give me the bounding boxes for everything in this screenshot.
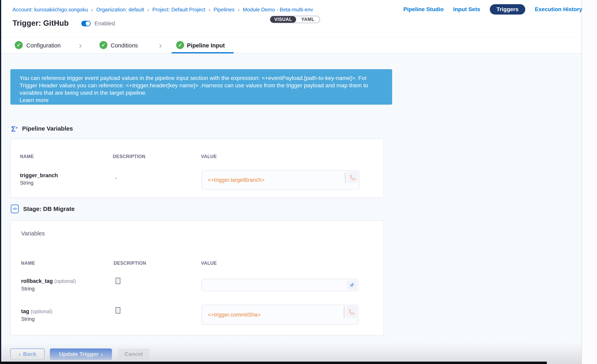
wizard-steps: ✓ Configuration › ✓ Conditions › ✓ Pipel… xyxy=(1,38,581,53)
variable-name: rollback_tag (optional) xyxy=(21,278,76,284)
footer-gradient xyxy=(1,342,581,364)
yaml-toggle-button[interactable]: YAML xyxy=(296,16,320,23)
column-header-value: VALUE xyxy=(201,261,217,266)
bottom-screen-edge xyxy=(0,362,547,364)
visual-yaml-toggle: VISUAL YAML xyxy=(270,16,320,23)
right-rail xyxy=(581,0,597,364)
optional-label: (optional) xyxy=(31,309,52,314)
breadcrumb-separator-icon: › xyxy=(147,7,149,12)
info-banner: You can reference trigger event payload … xyxy=(10,69,392,105)
trigger-branch-value-input[interactable]: <+trigger.targetBranch> f(x) xyxy=(201,170,360,190)
variable-type: String xyxy=(20,180,33,186)
breadcrumb-account[interactable]: Account: kurosakiichigo.songoku xyxy=(13,7,88,13)
step-pipeline-input[interactable]: Pipeline Input xyxy=(187,42,225,49)
breadcrumb-organization[interactable]: Organization: default xyxy=(96,7,144,13)
tab-pipeline-studio[interactable]: Pipeline Studio xyxy=(403,6,444,13)
tab-triggers[interactable]: Triggers xyxy=(490,4,525,15)
description-tooltip-icon[interactable] xyxy=(116,278,120,284)
pipeline-variables-header: Σ× Pipeline Variables xyxy=(11,124,73,133)
input-scrollbar[interactable] xyxy=(343,307,345,318)
column-header-description: DESCRIPTION xyxy=(114,261,146,266)
page-header: Account: kurosakiichigo.songoku › Organi… xyxy=(1,0,581,38)
variable-type: String xyxy=(21,316,35,322)
pipeline-variables-title: Pipeline Variables xyxy=(22,125,73,132)
optional-label: (optional) xyxy=(55,278,76,284)
column-header-description: DESCRIPTION xyxy=(113,154,145,159)
learn-more-link[interactable]: Learn more xyxy=(20,96,383,104)
stage-title: Stage: DB Migrate xyxy=(23,206,75,212)
chevron-right-icon: › xyxy=(79,41,82,50)
step-complete-icon: ✓ xyxy=(176,41,184,49)
fx-icon: f(x) xyxy=(350,174,355,181)
tab-input-sets[interactable]: Input Sets xyxy=(453,6,480,13)
expression-value: <+trigger.commitSha> xyxy=(202,312,261,318)
step-complete-icon: ✓ xyxy=(15,41,23,49)
tab-execution-history[interactable]: Execution History xyxy=(535,6,582,13)
input-scrollbar[interactable] xyxy=(345,172,346,183)
pin-icon xyxy=(349,282,355,288)
description-tooltip-icon[interactable] xyxy=(116,307,120,314)
toggle-knob xyxy=(86,21,90,26)
breadcrumb: Account: kurosakiichigo.songoku › Organi… xyxy=(13,7,313,13)
column-header-value: VALUE xyxy=(201,154,217,159)
breadcrumb-pipeline-name[interactable]: Module Demo - Beta-multi-env xyxy=(243,7,313,13)
step-configuration[interactable]: Configuration xyxy=(26,42,61,49)
info-banner-text: You can reference trigger event payload … xyxy=(20,74,383,96)
tag-value-input[interactable]: <+trigger.commitSha> f(x) xyxy=(201,305,358,325)
stage-header: </> Stage: DB Migrate xyxy=(11,205,75,213)
trigger-pipeline-input-page: Account: kurosakiichigo.songoku › Organi… xyxy=(0,0,597,364)
variable-type: String xyxy=(21,286,35,292)
expression-fx-button[interactable]: f(x) xyxy=(346,306,357,318)
pipeline-variables-card: NAME DESCRIPTION VALUE trigger_branch St… xyxy=(10,139,384,198)
fx-icon: f(x) xyxy=(349,309,354,315)
breadcrumb-separator-icon: › xyxy=(208,7,210,12)
breadcrumb-pipelines[interactable]: Pipelines xyxy=(213,7,235,13)
page-title: Trigger: GitHub xyxy=(13,19,69,28)
enabled-label: Enabled xyxy=(94,21,115,26)
visual-toggle-button[interactable]: VISUAL xyxy=(270,16,296,23)
stage-variables-card: Variables NAME DESCRIPTION VALUE rollbac… xyxy=(10,220,384,335)
expression-value: <+trigger.targetBranch> xyxy=(202,177,264,183)
pipeline-tabs: Pipeline Studio Input Sets Triggers Exec… xyxy=(403,4,582,15)
stage-icon: </> xyxy=(11,205,19,213)
variables-subtitle: Variables xyxy=(21,230,45,237)
column-header-name: NAME xyxy=(20,154,34,159)
pipeline-variables-icon: Σ× xyxy=(11,124,18,133)
active-step-underline xyxy=(172,52,234,53)
variable-name: tag (optional) xyxy=(21,309,52,315)
breadcrumb-separator-icon: › xyxy=(238,7,240,12)
breadcrumb-separator-icon: › xyxy=(91,7,93,12)
breadcrumb-project[interactable]: Project: Default Project xyxy=(152,7,205,13)
pin-button[interactable] xyxy=(347,280,357,290)
rollback-tag-value-input[interactable] xyxy=(201,279,358,291)
enabled-toggle[interactable] xyxy=(81,21,91,26)
expression-fx-button[interactable]: f(x) xyxy=(347,172,358,183)
step-complete-icon: ✓ xyxy=(99,41,107,49)
chevron-right-icon: › xyxy=(159,41,162,50)
column-header-name: NAME xyxy=(21,261,35,266)
variable-description: - xyxy=(115,175,117,181)
variable-name: trigger_branch xyxy=(20,173,58,179)
step-conditions[interactable]: Conditions xyxy=(110,42,138,49)
